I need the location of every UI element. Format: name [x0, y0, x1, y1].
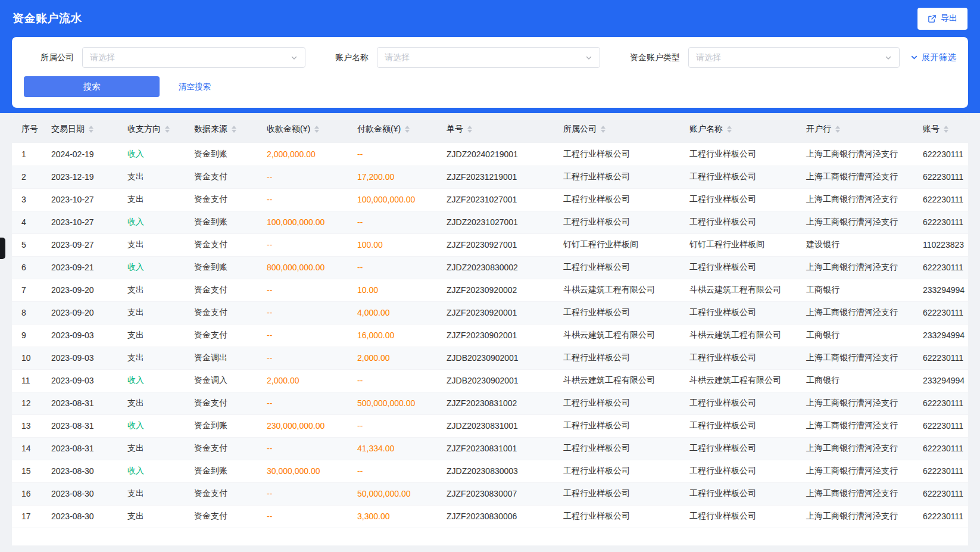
table-row[interactable]: 1 2024-02-19 收入 资金到账 2,000,000.00 -- ZJD…: [12, 143, 968, 166]
cell-date: 2023-10-27: [42, 188, 118, 211]
column-label: 交易日期: [51, 124, 85, 135]
table-row[interactable]: 10 2023-09-03 支出 资金调出 -- 2,000.00 ZJDB20…: [12, 347, 968, 369]
cell-company: 斗栱云建筑工程有限公司: [554, 369, 680, 392]
column-header-company[interactable]: 所属公司: [554, 115, 680, 143]
table-row[interactable]: 7 2023-09-20 支出 资金支付 -- 10.00 ZJZF202309…: [12, 279, 968, 301]
column-label: 付款金额(¥): [357, 124, 401, 135]
cell-index: 1: [12, 143, 42, 166]
table-row[interactable]: 12 2023-08-31 支出 资金支付 -- 500,000,000.00 …: [12, 392, 968, 414]
column-header-bank[interactable]: 开户行: [797, 115, 913, 143]
search-button[interactable]: 搜索: [24, 76, 160, 97]
column-header-direction[interactable]: 收支方向: [118, 115, 185, 143]
cell-company: 工程行业样板公司: [554, 211, 680, 233]
sort-icon[interactable]: [727, 126, 732, 133]
account-type-select[interactable]: 请选择: [688, 47, 900, 68]
table-row[interactable]: 6 2023-09-21 收入 资金到账 800,000,000.00 -- Z…: [12, 256, 968, 279]
cell-account-name: 工程行业样板公司: [680, 256, 797, 279]
sort-icon[interactable]: [944, 126, 948, 133]
sort-icon[interactable]: [835, 126, 840, 133]
account-select[interactable]: 请选择: [377, 47, 600, 68]
table-row[interactable]: 15 2023-08-30 收入 资金到账 30,000,000.00 -- Z…: [12, 460, 968, 482]
account-select-placeholder: 请选择: [385, 52, 410, 63]
cell-account-name: 工程行业样板公司: [680, 347, 797, 369]
cell-income-amount: 2,000,000.00: [257, 143, 348, 166]
cell-account-name: 工程行业样板公司: [680, 392, 797, 414]
column-header-payment-amount[interactable]: 付款金额(¥): [348, 115, 437, 143]
sort-icon[interactable]: [232, 126, 236, 133]
company-select-placeholder: 请选择: [90, 52, 115, 63]
sidebar-collapse-handle[interactable]: [0, 238, 5, 259]
cell-company: 工程行业样板公司: [554, 143, 680, 166]
table-row[interactable]: 17 2023-08-30 支出 资金支付 -- 3,300.00 ZJZF20…: [12, 505, 968, 528]
table-row[interactable]: 3 2023-10-27 支出 资金支付 -- 100,000,000.00 Z…: [12, 188, 968, 211]
column-header-date[interactable]: 交易日期: [42, 115, 118, 143]
export-button[interactable]: 导出: [917, 8, 967, 30]
column-header-order-no[interactable]: 单号: [437, 115, 554, 143]
sort-icon[interactable]: [314, 126, 319, 133]
table-row[interactable]: 14 2023-08-31 支出 资金支付 -- 41,334.00 ZJZF2…: [12, 437, 968, 460]
cell-company: 钉钉工程行业样板间: [554, 233, 680, 256]
table-row[interactable]: 4 2023-10-27 收入 资金到账 100,000,000.00 -- Z…: [12, 211, 968, 233]
cell-income-amount: --: [257, 301, 348, 324]
table-row[interactable]: 5 2023-09-27 支出 资金支付 -- 100.00 ZJZF20230…: [12, 233, 968, 256]
cell-bank: 上海工商银行漕河泾支行: [797, 482, 913, 505]
cell-bank: 工商银行: [797, 279, 913, 301]
page-title: 资金账户流水: [13, 11, 82, 26]
table-row[interactable]: 9 2023-09-03 支出 资金支付 -- 16,000.00 ZJZF20…: [12, 324, 968, 347]
account-type-filter-label: 资金账户类型: [630, 52, 680, 63]
cell-index: 3: [12, 188, 42, 211]
sort-icon[interactable]: [601, 126, 606, 133]
column-header-source[interactable]: 数据来源: [185, 115, 257, 143]
cell-direction: 收入: [118, 460, 185, 482]
sort-icon[interactable]: [467, 126, 472, 133]
table-row[interactable]: 11 2023-09-03 收入 资金调入 2,000.00 -- ZJDB20…: [12, 369, 968, 392]
cell-company: 斗栱云建筑工程有限公司: [554, 279, 680, 301]
column-label: 账户名称: [689, 124, 723, 135]
clear-search-link[interactable]: 清空搜索: [179, 82, 211, 92]
expand-filters-link[interactable]: 展开筛选: [910, 52, 956, 63]
cell-bank: 上海工商银行漕河泾支行: [797, 414, 913, 437]
table-row[interactable]: 16 2023-08-30 支出 资金支付 -- 50,000,000.00 Z…: [12, 482, 968, 505]
filter-field-company: 所属公司 请选择: [24, 47, 305, 68]
cell-company: 斗栱云建筑工程有限公司: [554, 324, 680, 347]
cell-account-no: 622230111: [913, 482, 968, 505]
column-label: 收支方向: [127, 124, 161, 135]
cell-account-no: 622230111: [913, 505, 968, 528]
expand-filters-label: 展开筛选: [922, 52, 956, 63]
cell-date: 2023-09-27: [42, 233, 118, 256]
cell-bank: 上海工商银行漕河泾支行: [797, 505, 913, 528]
sort-icon[interactable]: [165, 126, 170, 133]
table-row[interactable]: 2 2023-12-19 支出 资金支付 -- 17,200.00 ZJZF20…: [12, 166, 968, 188]
cell-date: 2023-09-03: [42, 369, 118, 392]
cell-direction: 支出: [118, 188, 185, 211]
table-row[interactable]: 8 2023-09-20 支出 资金支付 -- 4,000.00 ZJZF202…: [12, 301, 968, 324]
cell-direction: 支出: [118, 166, 185, 188]
column-header-account-name[interactable]: 账户名称: [680, 115, 797, 143]
table-body: 1 2024-02-19 收入 资金到账 2,000,000.00 -- ZJD…: [12, 143, 968, 528]
cell-payment-amount: 2,000.00: [348, 347, 437, 369]
cell-company: 工程行业样板公司: [554, 414, 680, 437]
column-header-index[interactable]: 序号: [12, 115, 42, 143]
cell-date: 2023-08-30: [42, 505, 118, 528]
cell-company: 工程行业样板公司: [554, 482, 680, 505]
cell-bank: 上海工商银行漕河泾支行: [797, 256, 913, 279]
cell-payment-amount: 3,300.00: [348, 505, 437, 528]
cell-company: 工程行业样板公司: [554, 188, 680, 211]
sort-icon[interactable]: [89, 126, 93, 133]
cell-source: 资金到账: [185, 143, 257, 166]
cell-payment-amount: 50,000,000.00: [348, 482, 437, 505]
column-header-income-amount[interactable]: 收款金额(¥): [257, 115, 348, 143]
cell-direction: 支出: [118, 233, 185, 256]
company-select[interactable]: 请选择: [82, 47, 305, 68]
sort-icon[interactable]: [405, 126, 410, 133]
cell-account-name: 工程行业样板公司: [680, 437, 797, 460]
cell-income-amount: --: [257, 233, 348, 256]
cell-direction: 支出: [118, 279, 185, 301]
column-label: 单号: [447, 124, 463, 135]
column-label: 开户行: [806, 124, 831, 135]
column-header-account-no[interactable]: 账号: [913, 115, 968, 143]
cell-bank: 工商银行: [797, 369, 913, 392]
table-row[interactable]: 13 2023-08-31 收入 资金到账 230,000,000.00 -- …: [12, 414, 968, 437]
export-icon: [928, 14, 937, 23]
cell-bank: 上海工商银行漕河泾支行: [797, 437, 913, 460]
